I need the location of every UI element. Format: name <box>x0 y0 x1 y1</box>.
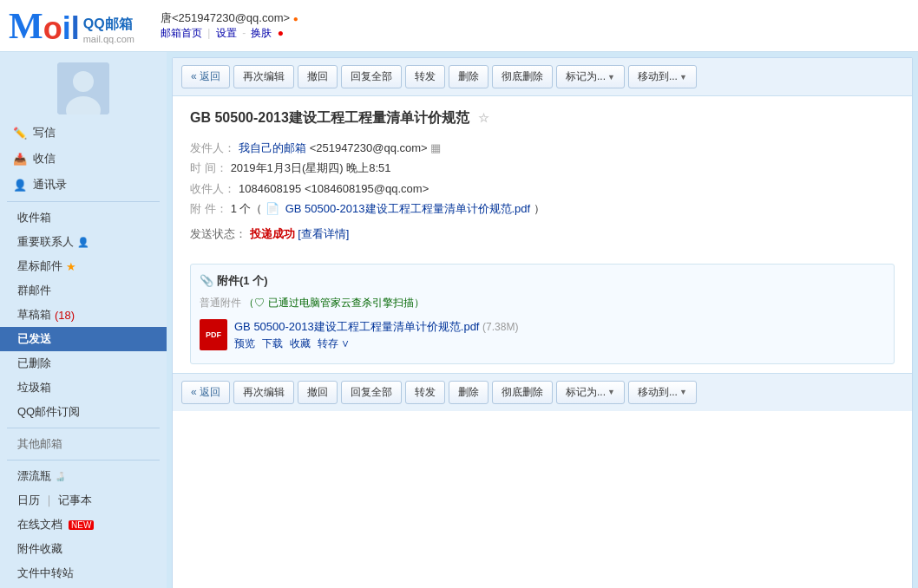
sidebar-calendar-notes[interactable]: 日历 ｜ 记事本 <box>0 488 167 513</box>
email-title: GB 50500-2013建设工程工程量清单计价规范 ☆ <box>190 109 895 127</box>
new-badge: NEW <box>69 520 94 530</box>
recall-button-bottom[interactable]: 撤回 <box>298 381 338 404</box>
contacts-icon: 👤 <box>12 177 28 193</box>
title-star-icon[interactable]: ☆ <box>478 111 489 125</box>
important-icon: 👤 <box>77 237 89 248</box>
attach-info: GB 50500-2013建设工程工程量清单计价规范.pdf (7.38M) 预… <box>234 319 518 351</box>
attach-label: 附 件： <box>190 199 227 219</box>
time-value: 2019年1月3日(星期四) 晚上8:51 <box>231 158 391 178</box>
qq-orders-label: QQ邮件订阅 <box>17 404 80 420</box>
online-doc-label: 在线文档 <box>17 517 62 532</box>
move-to-button[interactable]: 移动到... ▼ <box>628 65 697 88</box>
important-label: 重要联系人 <box>17 234 74 250</box>
floating-label: 漂流瓶 <box>17 468 51 484</box>
back-button[interactable]: « 返回 <box>181 65 230 88</box>
reply-all-button-bottom[interactable]: 回复全部 <box>341 381 402 404</box>
attach-row: 附 件： 1 个（ 📄 GB 50500-2013建设工程工程量清单计价规范.p… <box>190 199 895 219</box>
sidebar-group[interactable]: 群邮件 <box>0 278 167 303</box>
sidebar-online-doc[interactable]: 在线文档 NEW <box>0 513 167 537</box>
back-button-bottom[interactable]: « 返回 <box>181 381 230 404</box>
main-content: « 返回 再次编辑 撤回 回复全部 转发 删除 彻底删除 标记为... ▼ 移动… <box>172 57 913 588</box>
sidebar-recv[interactable]: 📥 收信 <box>0 146 167 172</box>
sidebar-floating[interactable]: 漂流瓶 🍶 <box>0 464 167 488</box>
preview-link[interactable]: 预览 <box>234 336 255 351</box>
move-to-arrow: ▼ <box>679 73 687 82</box>
attach-value: 1 个（ 📄 GB 50500-2013建设工程工程量清单计价规范.pdf ） <box>231 199 545 219</box>
sidebar: ✏️ 写信 📥 收信 👤 通讯录 收件箱 重要联系人 👤 星标邮件 ★ 群邮件 … <box>0 52 167 588</box>
header-nav-links: 邮箱首页 | 设置 - 换肤 ● <box>161 26 298 41</box>
sidebar-divider3 <box>7 460 160 461</box>
sidebar-divider1 <box>7 201 160 202</box>
reply-all-button[interactable]: 回复全部 <box>341 65 402 88</box>
perm-delete-button[interactable]: 彻底删除 <box>492 65 553 88</box>
move-to-button-bottom[interactable]: 移动到... ▼ <box>628 381 697 404</box>
sidebar-inbox[interactable]: 收件箱 <box>0 206 167 230</box>
switch-link[interactable]: 换肤 <box>251 27 272 39</box>
sidebar-contacts[interactable]: 👤 通讯录 <box>0 172 167 198</box>
send-status: 发送状态： 投递成功 [查看详情] <box>190 226 895 242</box>
nav-divider1: | <box>207 27 213 39</box>
sidebar-file-transfer[interactable]: 文件中转站 <box>0 561 167 585</box>
delete-button[interactable]: 删除 <box>449 65 489 88</box>
mark-as-arrow: ▼ <box>607 73 615 82</box>
settings-link[interactable]: 设置 <box>216 27 237 39</box>
calendar-label: 日历 <box>17 493 40 508</box>
from-expand-icon[interactable]: ▦ <box>430 141 441 154</box>
from-label: 发件人： <box>190 138 235 158</box>
mark-as-arrow-bottom: ▼ <box>607 388 615 396</box>
re-edit-button[interactable]: 再次编辑 <box>233 65 294 88</box>
perm-delete-button-bottom[interactable]: 彻底删除 <box>492 381 553 404</box>
home-link[interactable]: 邮箱首页 <box>161 27 202 39</box>
trash-label: 垃圾箱 <box>17 380 51 395</box>
mark-as-button-bottom[interactable]: 标记为... ▼ <box>556 381 625 404</box>
sidebar-deleted[interactable]: 已删除 <box>0 351 167 376</box>
draft-label: 草稿箱 <box>17 307 51 323</box>
sidebar-sent[interactable]: 已发送 <box>0 327 167 351</box>
svg-point-1 <box>73 71 94 92</box>
move-to-arrow-bottom: ▼ <box>679 388 687 396</box>
sidebar-draft[interactable]: 草稿箱 (18) <box>0 303 167 327</box>
sidebar-important[interactable]: 重要联系人 👤 <box>0 230 167 254</box>
status-detail-link[interactable]: [查看详情] <box>298 227 349 240</box>
email-body: GB 50500-2013建设工程工程量清单计价规范 ☆ 发件人： 我自己的邮箱… <box>173 96 912 255</box>
mark-as-button[interactable]: 标记为... ▼ <box>556 65 625 88</box>
username-link[interactable]: 唐<251947230@qq.com> <box>161 11 290 24</box>
calendar-divider: ｜ <box>43 493 55 508</box>
forward-button-bottom[interactable]: 转发 <box>405 381 445 404</box>
pdf-icon-inline: 📄 <box>266 202 279 215</box>
file-transfer-label: 文件中转站 <box>17 565 74 581</box>
sidebar-trash[interactable]: 垃圾箱 <box>0 376 167 400</box>
from-name-link[interactable]: 我自己的邮箱 <box>239 141 306 154</box>
switch-dot: ● <box>278 27 284 39</box>
attach-filename-link[interactable]: GB 50500-2013建设工程工程量清单计价规范.pdf <box>234 320 479 333</box>
to-value: 1084608195 <1084608195@qq.com> <box>239 179 429 199</box>
logo: M oil QQ邮箱 mail.qq.com <box>9 8 134 44</box>
status-success: 投递成功 <box>250 227 295 240</box>
download-link[interactable]: 下载 <box>262 336 283 351</box>
forward-button[interactable]: 转发 <box>405 65 445 88</box>
cloud-scan-note: （♡ 已通过电脑管家云查杀引擎扫描） <box>244 297 423 309</box>
re-edit-button-bottom[interactable]: 再次编辑 <box>233 381 294 404</box>
logo-domain: mail.qq.com <box>83 34 134 44</box>
attach-actions: 预览 下载 收藏 转存 ∨ <box>234 336 518 351</box>
write-icon: ✏️ <box>12 125 28 140</box>
collect-link[interactable]: 收藏 <box>290 336 311 351</box>
recall-button[interactable]: 撤回 <box>298 65 338 88</box>
from-value: 我自己的邮箱 <251947230@qq.com> ▦ <box>239 138 441 158</box>
sidebar-write[interactable]: ✏️ 写信 <box>0 120 167 146</box>
bottom-toolbar: « 返回 再次编辑 撤回 回复全部 转发 删除 彻底删除 标记为... ▼ 移动… <box>173 373 912 411</box>
sidebar-attach-fav[interactable]: 附件收藏 <box>0 537 167 561</box>
delete-button-bottom[interactable]: 删除 <box>449 381 489 404</box>
sidebar-starred[interactable]: 星标邮件 ★ <box>0 254 167 278</box>
logo-m-letter: M <box>9 8 43 44</box>
notes-label: 记事本 <box>58 493 92 508</box>
logo-text-block: QQ邮箱 mail.qq.com <box>83 16 134 44</box>
header: M oil QQ邮箱 mail.qq.com 唐<251947230@qq.co… <box>0 0 918 52</box>
attach-size: (7.38M) <box>482 321 518 333</box>
attach-file-link[interactable]: GB 50500-2013建设工程工程量清单计价规范.pdf <box>285 202 530 215</box>
deleted-label: 已删除 <box>17 356 51 371</box>
sidebar-other[interactable]: 其他邮箱 <box>0 432 167 456</box>
sidebar-qq-orders[interactable]: QQ邮件订阅 <box>0 400 167 424</box>
write-label: 写信 <box>33 125 56 140</box>
save-link[interactable]: 转存 ∨ <box>318 336 350 351</box>
